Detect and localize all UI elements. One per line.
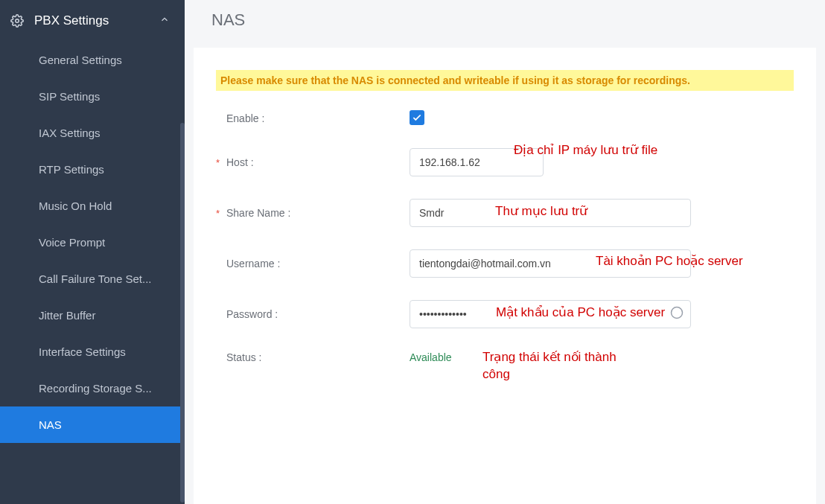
share-name-input[interactable] <box>410 199 691 227</box>
host-label: Host : <box>226 156 254 168</box>
row-share: *Share Name : Thư mục lưu trữ <box>216 199 794 227</box>
status-value: Available <box>410 351 452 363</box>
enable-label: Enable : <box>226 112 264 124</box>
sidebar-menu: General SettingsSIP SettingsIAX Settings… <box>0 42 185 443</box>
annotation-status-1: Trạng thái kết nối thành <box>482 349 617 365</box>
sidebar-item-iax-settings[interactable]: IAX Settings <box>0 115 185 151</box>
username-label: Username : <box>226 258 280 269</box>
password-label: Password : <box>226 308 278 320</box>
row-status: *Status : Available Trạng thái kết nối t… <box>216 351 794 364</box>
status-label: Status : <box>226 351 261 363</box>
username-input[interactable] <box>410 249 691 278</box>
toggle-password-icon[interactable] <box>670 306 684 322</box>
sidebar-item-call-failure-tone-set[interactable]: Call Failure Tone Set... <box>0 261 185 297</box>
sidebar-item-rtp-settings[interactable]: RTP Settings <box>0 151 185 188</box>
password-input[interactable] <box>410 300 691 328</box>
row-enable: *Enable : <box>216 110 794 126</box>
host-input[interactable] <box>410 148 544 176</box>
svg-point-1 <box>672 307 683 319</box>
row-username: *Username : Tài khoản PC hoặc server <box>216 249 794 278</box>
sidebar-group-pbx-settings[interactable]: PBX Settings <box>0 0 185 42</box>
page-title: NAS <box>185 0 825 48</box>
sidebar-item-jitter-buffer[interactable]: Jitter Buffer <box>0 297 185 334</box>
annotation-status-2: công <box>482 367 510 382</box>
main: NAS Please make sure that the NAS is con… <box>185 0 825 504</box>
alert-banner: Please make sure that the NAS is connect… <box>216 70 794 91</box>
sidebar-item-voice-prompt[interactable]: Voice Prompt <box>0 224 185 261</box>
sidebar-item-nas[interactable]: NAS <box>0 406 185 443</box>
enable-checkbox[interactable] <box>410 110 424 125</box>
svg-point-0 <box>16 19 19 23</box>
sidebar-item-sip-settings[interactable]: SIP Settings <box>0 78 185 115</box>
share-label: Share Name : <box>226 207 290 219</box>
sidebar-item-recording-storage-s[interactable]: Recording Storage S... <box>0 370 185 406</box>
sidebar-item-general-settings[interactable]: General Settings <box>0 42 185 78</box>
gear-icon <box>10 14 24 28</box>
settings-panel: Please make sure that the NAS is connect… <box>194 48 816 504</box>
row-host: *Host : Địa chỉ IP máy lưu trữ file <box>216 148 794 176</box>
sidebar-item-interface-settings[interactable]: Interface Settings <box>0 334 185 370</box>
row-password: *Password : Mật khẩu của PC hoặc server <box>216 300 794 328</box>
sidebar: PBX Settings General SettingsSIP Setting… <box>0 0 185 504</box>
sidebar-group-label: PBX Settings <box>34 13 109 28</box>
chevron-up-icon <box>159 13 170 28</box>
sidebar-scrollbar[interactable] <box>180 123 185 503</box>
sidebar-item-music-on-hold[interactable]: Music On Hold <box>0 188 185 224</box>
